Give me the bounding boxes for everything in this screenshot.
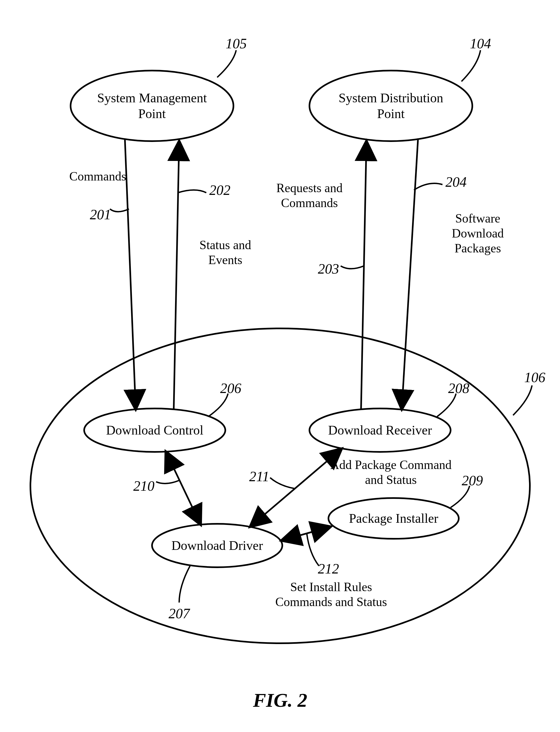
figure-title: FIG. 2: [253, 689, 307, 712]
req-cmds-label: Requests and Commands: [276, 180, 343, 210]
dl-driver-label: Download Driver: [171, 538, 263, 553]
leader-201: [110, 209, 129, 212]
commands-label: Commands: [69, 169, 126, 184]
ref-106: 106: [524, 369, 545, 385]
leader-206: [209, 394, 228, 416]
ref-211: 211: [249, 468, 269, 484]
ref-208: 208: [448, 380, 469, 396]
ref-104: 104: [470, 36, 491, 52]
ref-212: 212: [318, 561, 339, 577]
ref-203: 203: [318, 261, 339, 277]
leader-210: [156, 480, 179, 483]
ref-105: 105: [226, 36, 247, 52]
dl-receiver-label: Download Receiver: [328, 422, 432, 438]
arrow-210: [166, 451, 201, 525]
leader-106: [513, 385, 532, 415]
dl-control-label: Download Control: [106, 422, 204, 438]
ref-209: 209: [462, 473, 483, 489]
leader-204: [414, 183, 442, 190]
leader-203: [341, 266, 364, 269]
ref-204: 204: [445, 174, 467, 190]
ref-206: 206: [220, 380, 241, 396]
set-rules-label: Set Install Rules Commands and Status: [275, 579, 387, 609]
arrow-212: [281, 527, 331, 541]
ref-210: 210: [133, 478, 154, 494]
arrow-211: [250, 448, 342, 527]
arrow-203: [361, 141, 366, 410]
leader-104: [461, 50, 480, 81]
leader-202: [178, 190, 206, 193]
sys-mgmt-label: System Management Point: [97, 90, 207, 121]
leader-212: [307, 533, 319, 566]
leader-209: [451, 486, 470, 508]
pkg-installer-label: Package Installer: [349, 511, 438, 526]
add-pkg-label: Add Package Command and Status: [330, 457, 451, 487]
leader-207: [179, 566, 190, 603]
arrow-202: [174, 141, 179, 410]
ref-202: 202: [209, 182, 230, 198]
ref-201: 201: [90, 207, 111, 223]
sw-pkgs-label: Software Download Packages: [452, 211, 504, 256]
status-events-label: Status and Events: [200, 237, 251, 267]
leader-105: [217, 50, 236, 77]
arrow-201: [125, 138, 136, 410]
leader-211: [270, 478, 295, 489]
leader-208: [437, 394, 456, 417]
diagram-stage: System Management Point System Distribut…: [0, 0, 560, 732]
sys-dist-label: System Distribution Point: [338, 90, 443, 121]
diagram-svg: [0, 0, 560, 732]
arrow-204: [402, 138, 418, 410]
ref-207: 207: [169, 606, 190, 622]
